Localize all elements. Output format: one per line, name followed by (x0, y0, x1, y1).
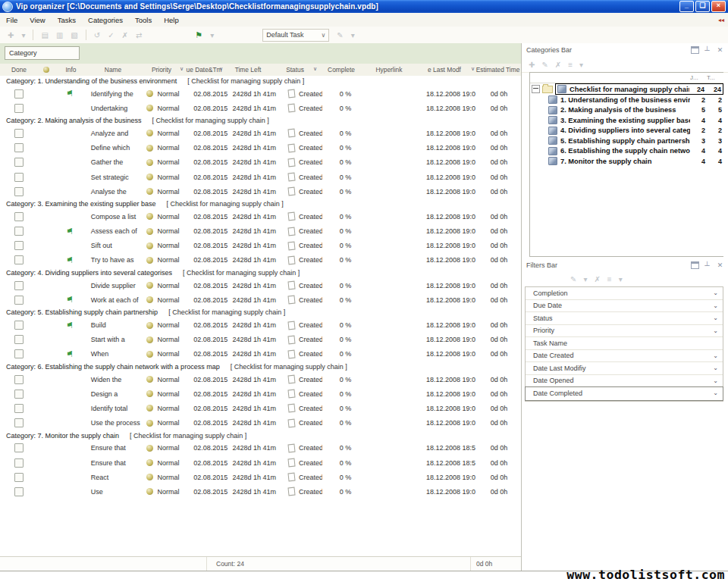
edit-template-icon[interactable]: ✎ (337, 31, 343, 39)
task-row[interactable]: Sift outNormal02.08.20152428d 1h 41mCrea… (0, 239, 521, 253)
done-checkbox[interactable] (14, 458, 24, 468)
chevron-down-icon[interactable]: ⌄ (713, 377, 718, 384)
filter-item[interactable]: Date Completed⌄ (525, 386, 723, 401)
more-icon[interactable]: ▾ (351, 31, 355, 39)
category-row[interactable]: Category: 3. Examining the existing supp… (0, 199, 521, 209)
category-row[interactable]: Category: 1. Understanding of the busine… (0, 76, 521, 86)
more-categories-icon[interactable]: ≡ (568, 61, 573, 69)
close-button[interactable]: × (711, 1, 726, 12)
new-task-icon[interactable]: ✚ (8, 31, 14, 39)
filter-edit-icon[interactable]: ✎ (570, 275, 576, 283)
done-checkbox[interactable] (14, 390, 24, 399)
column-header-status[interactable]: Status∨ (272, 64, 318, 76)
done-checkbox[interactable] (14, 89, 24, 99)
done-checkbox[interactable] (14, 212, 24, 221)
task-row[interactable]: Ensure thatNormal02.08.20152428d 1h 41mC… (0, 441, 521, 455)
undock-panel-icon[interactable] (691, 46, 699, 54)
duplicate-task-icon[interactable]: ▧ (71, 31, 77, 39)
task-row[interactable]: Gather theNormal02.08.20152428d 1h 41mCr… (0, 155, 521, 170)
column-header-info[interactable]: Info (55, 64, 87, 76)
tree-root[interactable]: Checklist for managing supply chain2424 (530, 83, 723, 95)
done-checkbox[interactable] (14, 349, 24, 358)
category-row[interactable]: Category: 2. Making analysis of the busi… (0, 115, 521, 126)
task-row[interactable]: Define whichNormal02.08.20152428d 1h 41m… (0, 141, 521, 155)
chevron-down-icon[interactable]: ⌄ (713, 352, 718, 359)
category-row[interactable]: Category: 6. Establishing the supply cha… (0, 361, 521, 372)
edit-category-icon[interactable]: ✎ (541, 61, 548, 69)
task-row[interactable]: Compose a listNormal02.08.20152428d 1h 4… (0, 209, 521, 224)
task-row[interactable]: UseNormal02.08.20152428d 1h 41mCreated0 … (0, 484, 521, 499)
done-checkbox[interactable] (14, 443, 24, 452)
chevron-down-icon[interactable]: ⌄ (713, 390, 718, 396)
menu-view[interactable]: View (24, 16, 51, 24)
task-row[interactable]: ⚑Identifying theNormal02.08.20152428d 1h… (0, 86, 521, 101)
done-checkbox[interactable] (14, 321, 24, 330)
chevron-down-icon[interactable]: ⌄ (713, 314, 718, 321)
chevron-down-icon[interactable]: ⌄ (713, 327, 718, 334)
column-header-done[interactable]: Done (0, 64, 38, 76)
filter-dropdown-icon[interactable]: ∨ (180, 66, 184, 72)
tree-col-1[interactable]: J... (690, 74, 707, 81)
undock-filters-icon[interactable] (691, 261, 699, 269)
column-header-due-date[interactable]: ue Date&Tm∨ (184, 64, 224, 76)
delete-task-icon[interactable]: ▥ (56, 31, 63, 39)
column-header-priority[interactable]: Priority∨ (139, 64, 184, 76)
tree-item[interactable]: 5. Establishing supply chain partnership… (530, 136, 723, 146)
tree-item[interactable]: 2. Making analysis of the business55 (530, 105, 723, 116)
task-row[interactable]: Analyse theNormal02.08.20152428d 1h 41mC… (0, 184, 521, 199)
new-dropdown-icon[interactable]: ▾ (21, 31, 25, 39)
task-row[interactable]: UndertakingNormal02.08.20152428d 1h 41mC… (0, 101, 521, 115)
tree-item[interactable]: 4. Dividing suppliers into several categ… (530, 126, 723, 136)
category-row[interactable]: Category: 4. Dividing suppliers into sev… (0, 268, 521, 278)
dropdown-icon[interactable]: ▾ (579, 61, 583, 69)
task-row[interactable]: Identify totalNormal02.08.20152428d 1h 4… (0, 401, 521, 415)
column-header-hyperlink[interactable]: Hyperlink (365, 64, 413, 76)
done-checkbox[interactable] (14, 473, 24, 482)
filter-item[interactable]: Priority⌄ (526, 325, 723, 338)
close-panel-icon[interactable]: ✕ (715, 46, 725, 55)
column-header-date-last-modified[interactable]: e Last Modf∨ (413, 64, 475, 76)
done-checkbox[interactable] (14, 418, 24, 427)
column-header-complete[interactable]: Complete (318, 64, 365, 76)
task-row[interactable]: ⚑Try to have asNormal02.08.20152428d 1h … (0, 253, 521, 268)
filter-more-icon[interactable]: ≡ (607, 275, 612, 283)
task-row[interactable]: ReactNormal02.08.20152428d 1h 41mCreated… (0, 470, 521, 484)
category-row[interactable]: Category: 5. Establishing supply chain p… (0, 307, 521, 318)
task-row[interactable]: ⚑WhenNormal02.08.20152428d 1h 41mCreated… (0, 347, 521, 361)
filter-item[interactable]: Status⌄ (526, 312, 723, 325)
tree-item[interactable]: 6. Establishing the supply chain network… (530, 146, 723, 157)
filter-dropdown-icon[interactable]: ∨ (313, 66, 317, 72)
filter-dropdown-icon[interactable]: ▾ (583, 275, 587, 283)
pin-panel-icon[interactable]: ┴ (702, 46, 712, 55)
close-filters-icon[interactable]: ✕ (715, 261, 725, 270)
done-checkbox[interactable] (14, 104, 24, 113)
minimize-button[interactable]: _ (679, 1, 694, 12)
done-checkbox[interactable] (14, 335, 24, 344)
column-header-time-left[interactable]: Time Left (224, 64, 272, 76)
flag-dropdown-icon[interactable]: ▾ (210, 31, 214, 39)
column-header-name[interactable]: Name (87, 64, 139, 76)
menu-file[interactable]: File (0, 16, 24, 24)
menu-overflow-icon[interactable]: ◂◂ (718, 17, 724, 23)
done-checkbox[interactable] (14, 281, 24, 290)
task-row[interactable]: Set strategicNormal02.08.20152428d 1h 41… (0, 170, 521, 184)
filter-clear-icon[interactable]: ✗ (594, 275, 600, 283)
delete-category-icon[interactable]: ✗ (555, 61, 561, 69)
done-checkbox[interactable] (14, 255, 24, 264)
filter-item[interactable]: Completion⌄ (526, 287, 723, 300)
task-row[interactable]: Start with aNormal02.08.20152428d 1h 41m… (0, 333, 521, 347)
filter-dropdown-icon[interactable]: ∨ (219, 66, 223, 72)
tree-item[interactable]: 7. Monitor the supply chain44 (530, 156, 723, 167)
pin-filters-icon[interactable]: ┴ (702, 261, 712, 270)
maximize-button[interactable]: ❏ (695, 1, 710, 12)
column-header-estimated-time[interactable]: Estimated Time (475, 64, 520, 76)
filter-item[interactable]: Date Last Modifiy⌄ (526, 362, 723, 375)
filter-dropdown-icon[interactable]: ∨ (471, 66, 475, 72)
done-checkbox[interactable] (14, 227, 24, 236)
tree-item[interactable]: 3. Examining the existing supplier base4… (530, 115, 723, 126)
done-checkbox[interactable] (14, 404, 24, 413)
done-checkbox[interactable] (14, 296, 24, 305)
menu-help[interactable]: Help (158, 16, 185, 24)
done-checkbox[interactable] (14, 143, 24, 152)
task-row[interactable]: Divide supplierNormal02.08.20152428d 1h … (0, 278, 521, 293)
